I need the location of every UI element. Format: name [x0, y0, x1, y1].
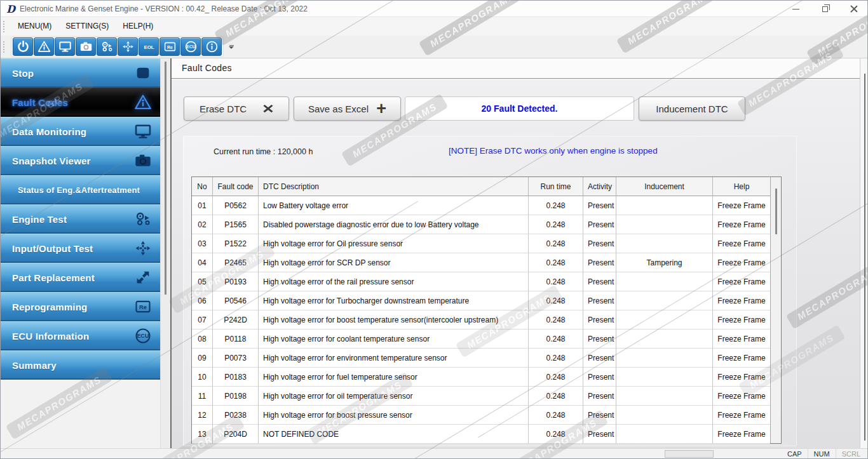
table-cell-run-time: 0.248: [529, 234, 583, 253]
toolbar-io-arrows-button[interactable]: [118, 37, 138, 56]
toolbar-monitor-button[interactable]: [55, 37, 75, 56]
column-header-fault-code: Fault code: [213, 177, 259, 196]
io-arrows-icon: [121, 40, 135, 53]
table-cell-run-time: 0.248: [529, 310, 583, 329]
table-row[interactable]: 13P204DNOT DEFINED CODE0.248PresentFreez…: [192, 425, 770, 444]
table-cell-run-time: 0.248: [529, 329, 583, 349]
table-cell-inducement: [616, 291, 713, 310]
sidebar-item-stop[interactable]: Stop: [1, 58, 160, 88]
monitor-icon: [58, 40, 72, 53]
table-row[interactable]: 02P1565Disabled powerstage diagnostic er…: [192, 215, 770, 234]
table-cell-run-time: 0.248: [529, 253, 583, 272]
sidebar-item-data-monitoring[interactable]: Data Monitoring: [1, 117, 160, 146]
table-row[interactable]: 04P2465High voltage error for SCR DP sen…: [192, 253, 770, 272]
fault-detected-box: 20 Fault Detected.: [405, 96, 634, 121]
sidebar-item-fault-codes[interactable]: Fault Codes: [1, 88, 160, 117]
table-row[interactable]: 01P0562Low Battery voltage error0.248Pre…: [192, 196, 770, 215]
sidebar-scrollbar-thumb[interactable]: [165, 62, 166, 295]
restore-button[interactable]: [810, 1, 839, 17]
sidebar-item-summary[interactable]: Summary: [1, 350, 160, 380]
table-row[interactable]: 08P0118High voltage error for coolant te…: [192, 329, 770, 349]
toolbar-eol-button[interactable]: EOL: [139, 37, 159, 56]
reprogram-icon: Re: [133, 297, 153, 316]
table-cell-inducement: [616, 234, 713, 253]
table-cell-dtc-description: High voltage error of the rail pressure …: [259, 272, 529, 291]
sidebar-item-input-output-test[interactable]: Input/Output Test: [1, 234, 160, 263]
sidebar-item-label: Engine Test: [12, 213, 67, 224]
close-button[interactable]: [839, 1, 868, 17]
erase-dtc-button[interactable]: Erase DTC ✕: [184, 96, 289, 121]
table-cell-run-time: 0.248: [529, 387, 583, 406]
eol-icon: EOL: [142, 40, 156, 53]
table-cell-inducement: [616, 215, 713, 234]
table-row[interactable]: 11P0198High voltage error for oil temper…: [192, 387, 770, 406]
sidebar-item-reprogramming[interactable]: ReprogrammingRe: [1, 292, 160, 321]
table-scrollbar-thumb[interactable]: [775, 189, 777, 234]
table-row[interactable]: 09P0073High voltage error for environmen…: [192, 349, 770, 368]
table-scrollbar[interactable]: [770, 177, 781, 443]
table-row[interactable]: 03P1522High voltage error for Oil pressu…: [192, 234, 770, 253]
stop-icon: [133, 63, 153, 83]
info-icon: [205, 40, 219, 53]
table-cell-help: Freeze Frame: [713, 253, 770, 272]
table-cell-help: Freeze Frame: [713, 234, 770, 253]
column-header-inducement: Inducement: [616, 177, 713, 196]
erase-dtc-label: Erase DTC: [200, 103, 247, 114]
column-header-help: Help: [713, 177, 770, 196]
content-scrollbar-thumb[interactable]: [864, 74, 865, 441]
toolbar-overflow-button[interactable]: [227, 40, 235, 54]
table-cell-run-time: 0.248: [529, 272, 583, 291]
table-cell-dtc-description: Disabled powerstage diagnostic error due…: [259, 215, 529, 234]
toolbar-power-button[interactable]: [13, 37, 33, 56]
sidebar-item-part-replacement[interactable]: Part Replacement: [1, 263, 160, 292]
toolbar-fault-warning-button[interactable]: [34, 37, 54, 56]
table-cell-no: 13: [192, 425, 213, 444]
table-cell-fault-code: P0193: [213, 272, 259, 291]
table-cell-inducement: [616, 406, 713, 425]
column-header-no: No: [192, 177, 213, 196]
camera-icon: [79, 40, 93, 53]
inducement-dtc-button[interactable]: Inducement DTC: [639, 96, 745, 121]
table-cell-no: 06: [192, 291, 213, 310]
table-cell-dtc-description: High voltage error for oil temperature s…: [259, 387, 529, 406]
sidebar-item-status-of-eng-aftertreatment[interactable]: Status of Eng.&Aftertreatment: [1, 175, 160, 204]
toolbar-reprogram-button[interactable]: Re: [159, 37, 180, 56]
table-cell-activity: Present: [583, 329, 616, 349]
content-scrollbar[interactable]: [860, 58, 868, 448]
fault-warning-icon: [133, 93, 153, 112]
sidebar-item-engine-test[interactable]: Engine Test: [1, 204, 160, 234]
toolbar-info-button[interactable]: [201, 37, 222, 56]
table-row[interactable]: 05P0193High voltage error of the rail pr…: [192, 272, 770, 291]
menu-item-help-h[interactable]: HELP(H): [116, 17, 160, 36]
toolbar-group: EOLReECU: [11, 36, 224, 57]
table-cell-help: Freeze Frame: [713, 310, 770, 329]
restore-icon: [822, 6, 828, 12]
table-row[interactable]: 07P242DHigh voltage error for boost temp…: [192, 310, 770, 329]
menu-item-menu-m[interactable]: MENU(M): [11, 17, 58, 36]
table-cell-help: Freeze Frame: [713, 406, 770, 425]
save-as-excel-button[interactable]: Save as Excel +: [294, 96, 401, 121]
table-row[interactable]: 06P0546High voltage error for Turbocharg…: [192, 291, 770, 310]
table-row[interactable]: 10P0183High voltage error for fuel tempe…: [192, 368, 770, 387]
table-cell-inducement: [616, 272, 713, 291]
toolbar-engine-gears-button[interactable]: [97, 37, 117, 56]
minimize-button[interactable]: [781, 1, 810, 17]
sidebar-item-ecu-information[interactable]: ECU InformationECU: [1, 321, 160, 350]
table-cell-help: Freeze Frame: [713, 272, 770, 291]
sidebar-scrollbar[interactable]: [160, 58, 170, 448]
table-cell-fault-code: P0118: [213, 329, 259, 349]
table-cell-inducement: [616, 368, 713, 387]
table-cell-fault-code: P0562: [213, 196, 259, 215]
toolbar-camera-button[interactable]: [76, 37, 96, 56]
status-cap: CAP: [782, 449, 808, 459]
sidebar-item-snapshot-viewer[interactable]: Snapshot Viewer: [1, 146, 160, 175]
table-row[interactable]: 12P0238High voltage error for boost pres…: [192, 406, 770, 425]
table-cell-help: Freeze Frame: [713, 387, 770, 406]
menu-item-setting-s[interactable]: SETTING(S): [58, 17, 116, 36]
status-scrl: SCRL: [836, 449, 866, 459]
table-cell-activity: Present: [583, 253, 616, 272]
table-cell-fault-code: P0183: [213, 368, 259, 387]
toolbar-ecu-button[interactable]: ECU: [180, 37, 201, 56]
table-body: 01P0562Low Battery voltage error0.248Pre…: [192, 196, 770, 444]
table-cell-no: 03: [192, 234, 213, 253]
